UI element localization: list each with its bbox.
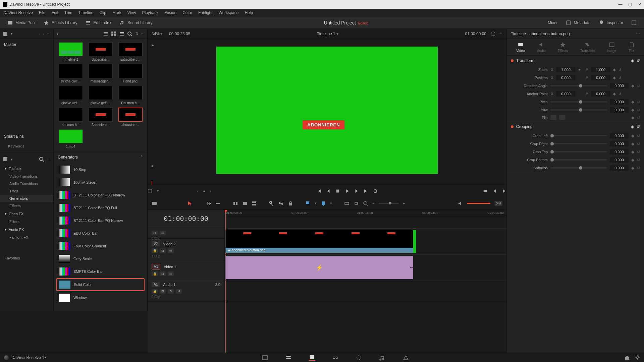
audiofx-category[interactable]: ▾ Audio FX [0, 225, 53, 234]
media-item[interactable]: 1.mp4 [57, 129, 84, 148]
dots-icon[interactable]: ⋯ [47, 32, 51, 36]
reset-icon[interactable]: ↺ [619, 68, 622, 72]
media-thumbnail[interactable] [89, 108, 113, 122]
reset-icon[interactable]: ↺ [637, 142, 640, 146]
color-page-icon[interactable] [356, 355, 362, 361]
sort-icon[interactable]: ⇅ [135, 32, 138, 36]
flip-h-button[interactable] [550, 115, 556, 120]
timecode-display[interactable]: 01:00:00:00 [148, 210, 224, 227]
chevron-down-icon[interactable]: ▾ [11, 157, 13, 162]
openfx-category[interactable]: ▾ Open FX [0, 209, 53, 218]
section-header[interactable]: Cropping◆↺ [507, 122, 644, 132]
menu-item[interactable]: Edit [51, 10, 58, 15]
chevron-down-icon[interactable]: ▾ [11, 32, 13, 36]
fx-item[interactable]: Video Transitions [0, 173, 53, 180]
generator-item[interactable]: EBU Color Bar [56, 227, 145, 239]
keyframe-icon[interactable]: ◆ [631, 124, 634, 129]
pitch-slider[interactable] [550, 101, 607, 103]
volume-slider[interactable] [467, 203, 490, 204]
zoom-in-icon[interactable]: + [403, 201, 405, 205]
media-thumbnail[interactable] [118, 86, 143, 100]
master-bin[interactable]: Master [0, 39, 53, 50]
metadata-tab[interactable]: Metadata [562, 18, 595, 27]
reset-icon[interactable]: ↺ [637, 166, 640, 170]
fx-item[interactable]: Effects [0, 202, 53, 209]
fusion-page-icon[interactable] [332, 355, 339, 361]
keyframe-icon[interactable]: ◆ [613, 75, 616, 80]
media-thumbnail[interactable] [59, 129, 83, 143]
media-thumbnail[interactable] [59, 108, 83, 122]
media-item[interactable]: abonniere... [117, 108, 144, 127]
blade-tool-icon[interactable] [215, 201, 221, 206]
viewer-scrubber[interactable] [152, 182, 502, 184]
timeline-ruler[interactable]: 01:00:00:0001:00:08:0001:00:16:0001:00:2… [225, 210, 506, 217]
marker-icon[interactable] [321, 201, 326, 206]
search-icon[interactable] [127, 31, 132, 37]
nav-fwd-icon[interactable]: › [43, 32, 44, 36]
reset-icon[interactable]: ↺ [637, 84, 640, 88]
smart-bins-header[interactable]: Smart Bins [0, 131, 53, 142]
keyframe-icon[interactable]: ◆ [631, 58, 634, 63]
effects-tab[interactable]: Effects [558, 42, 568, 53]
track-head-v2[interactable]: V2Video 2 🔒⊡▭ 1 Clip [148, 239, 224, 261]
menu-item[interactable]: Fusion [164, 10, 176, 15]
menu-item[interactable]: File [39, 10, 45, 15]
go-end-icon[interactable] [364, 189, 368, 193]
generator-item[interactable]: Solid Color [56, 278, 145, 291]
maximize-button[interactable]: ▢ [628, 2, 632, 7]
crop-slider[interactable] [550, 159, 607, 161]
clip-v2[interactable]: ◈abonnieren button.png [225, 230, 413, 253]
media-item[interactable]: glocke wei... [57, 86, 84, 105]
media-thumbnail[interactable] [89, 86, 113, 100]
next-frame-icon[interactable] [354, 189, 359, 193]
menu-item[interactable]: Workspace [219, 10, 239, 15]
zoom-x-input[interactable]: 1.000 [556, 67, 575, 72]
settings-icon[interactable] [635, 355, 640, 360]
generator-item[interactable]: SMPTE Color Bar [56, 265, 145, 278]
media-thumbnail[interactable] [89, 42, 113, 56]
zoom-level[interactable]: 34% [152, 32, 160, 36]
more-icon[interactable]: ⋯ [498, 32, 502, 36]
menu-item[interactable]: Help [245, 10, 253, 15]
media-thumbnail[interactable] [59, 86, 83, 100]
menu-item[interactable]: Mark [112, 10, 121, 15]
solo-button[interactable]: S [168, 289, 174, 294]
keyframe-icon[interactable]: ◆ [613, 67, 616, 72]
media-thumbnail[interactable] [118, 42, 143, 56]
media-page-icon[interactable] [262, 355, 268, 361]
fx-panel-icon[interactable] [3, 157, 8, 162]
go-last-icon[interactable] [502, 189, 506, 193]
fx-item[interactable]: Titles [0, 187, 53, 195]
keywords-bin[interactable]: Keywords [0, 142, 53, 150]
link-icon[interactable] [278, 201, 284, 206]
crop-top-input[interactable]: 0.000 [610, 149, 629, 155]
clip-v1[interactable]: ⚡ [225, 256, 413, 279]
razor-icon[interactable] [269, 201, 274, 206]
marker-dot-icon[interactable]: ● [203, 189, 206, 193]
keyframe-icon[interactable]: ◆ [631, 115, 634, 120]
transition-tab[interactable]: Transition [580, 42, 595, 53]
more-icon[interactable]: ⋯ [141, 32, 145, 36]
rotation-input[interactable]: 0.000 [610, 83, 629, 88]
view-grid-icon[interactable] [111, 31, 116, 37]
reset-icon[interactable]: ↺ [637, 58, 640, 63]
crop-right-input[interactable]: 0.000 [610, 141, 629, 146]
replace-icon[interactable] [252, 201, 257, 206]
mark-in-icon[interactable]: ▸ [152, 42, 154, 48]
flag-icon[interactable] [305, 201, 311, 206]
anchor-y-input[interactable]: 0.000 [591, 91, 610, 97]
softness-input[interactable]: 0.000 [610, 165, 629, 171]
reset-icon[interactable]: ↺ [637, 150, 640, 154]
media-item[interactable]: striche gloc... [57, 64, 84, 83]
menu-item[interactable]: View [127, 10, 136, 15]
go-first-icon[interactable] [492, 189, 497, 193]
match-frame-icon[interactable] [483, 189, 488, 193]
track-ctrl[interactable]: ⊡ [160, 289, 166, 294]
collapse-icon[interactable]: ⌃ [140, 155, 143, 160]
track-area[interactable]: 01:00:00:0001:00:08:0001:00:16:0001:00:2… [225, 210, 506, 353]
track-ctrl[interactable]: ⊡ [160, 248, 166, 253]
keyframe-icon[interactable]: ◆ [613, 92, 616, 96]
timecode-menu-icon[interactable] [490, 31, 496, 37]
file-tab[interactable]: File [629, 42, 635, 53]
generator-item[interactable]: Grey Scale [56, 253, 145, 265]
